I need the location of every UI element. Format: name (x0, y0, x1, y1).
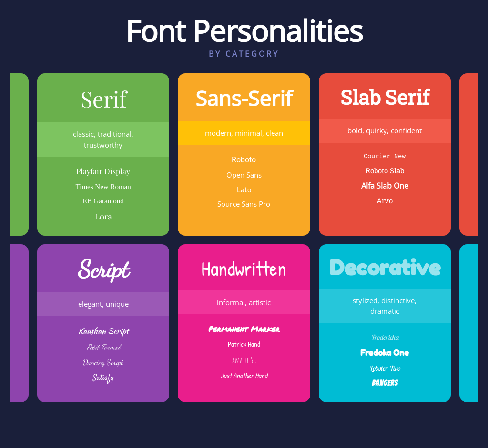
font-item: Fredoka One (328, 345, 441, 360)
font-item: Patrick Hand (187, 338, 300, 351)
card-decorative-header: Decorative (319, 244, 451, 289)
font-item: Alfa Slab One (328, 179, 441, 193)
font-item: Permanent Marker (187, 322, 300, 336)
card-slab-serif: Slab Serif bold, quirky, confident Couri… (319, 73, 451, 236)
grid-row-2: Script elegant, unique Kaushan Script Pe… (10, 244, 478, 402)
card-slab-title: Slab Serif (340, 84, 429, 110)
header: Font Personalities BY CATEGORY (10, 14, 478, 59)
card-slab-header: Slab Serif (319, 73, 451, 119)
card-decorative-title: Decorative (329, 255, 440, 280)
card-slab-description: bold, quirky, confident (319, 119, 451, 143)
card-serif-description: classic, traditional,trustworthy (37, 122, 169, 157)
card-script-description: elegant, unique (37, 292, 169, 316)
font-item: Roboto Slab (328, 164, 441, 178)
card-sans-title: Sans-Serif (195, 84, 292, 112)
card-serif: Serif classic, traditional,trustworthy P… (37, 73, 169, 236)
font-item: Petit Formal (47, 340, 160, 354)
font-item: Lora (47, 209, 160, 224)
partial-card-right-2 (459, 244, 478, 402)
grid-row-1: Serif classic, traditional,trustworthy P… (10, 73, 478, 236)
font-item: Fredericka (328, 331, 441, 345)
font-item: Just Another Hand (187, 369, 300, 383)
font-item: Dancing Script (47, 355, 160, 369)
card-slab-fonts: Courier New Roboto Slab Alfa Slab One Ar… (319, 143, 451, 236)
card-serif-header: Serif (37, 73, 169, 122)
font-item: Kaushan Script (47, 323, 160, 338)
font-item: EB Garamond (47, 194, 160, 208)
card-handwritten: Handwritten informal, artistic Permanent… (178, 244, 310, 402)
font-item: Lobster Two (328, 362, 441, 376)
font-item: Roboto (187, 153, 300, 167)
card-decorative-description: stylized, distinctive,dramatic (319, 289, 451, 323)
card-sans-description: modern, minimal, clean (178, 121, 310, 145)
page-subtitle: BY CATEGORY (10, 49, 478, 59)
partial-card-left-1 (10, 73, 29, 236)
page-wrapper: Font Personalities BY CATEGORY Serif cla… (0, 0, 488, 448)
card-sans-serif: Sans-Serif modern, minimal, clean Roboto… (178, 73, 310, 236)
font-item: Satisfy (47, 370, 160, 386)
font-item: Playfair Display (47, 164, 160, 179)
card-serif-title: Serif (81, 84, 126, 113)
font-item: Arvo (328, 194, 441, 208)
card-script: Script elegant, unique Kaushan Script Pe… (37, 244, 169, 402)
card-handwritten-fonts: Permanent Marker Patrick Hand Amatic SC … (178, 314, 310, 402)
card-script-title: Script (78, 255, 129, 283)
partial-card-left-2 (10, 244, 29, 402)
card-script-header: Script (37, 244, 169, 292)
font-item: Amatic SC (187, 352, 300, 368)
card-serif-fonts: Playfair Display Times New Roman EB Gara… (37, 157, 169, 236)
font-item: Source Sans Pro (187, 197, 300, 211)
card-decorative-fonts: Fredericka Fredoka One Lobster Two Bange… (319, 323, 451, 402)
font-item: Lato (187, 183, 300, 197)
card-script-fonts: Kaushan Script Petit Formal Dancing Scri… (37, 316, 169, 402)
font-item: Bangers (328, 376, 441, 390)
card-sans-fonts: Roboto Open Sans Lato Source Sans Pro (178, 145, 310, 236)
card-handwritten-description: informal, artistic (178, 290, 310, 315)
card-decorative: Decorative stylized, distinctive,dramati… (319, 244, 451, 402)
card-handwritten-header: Handwritten (178, 244, 310, 290)
card-handwritten-title: Handwritten (201, 255, 286, 282)
font-item: Open Sans (187, 168, 300, 182)
font-item: Courier New (328, 150, 441, 163)
page-title: Font Personalities (10, 14, 478, 47)
font-item: Times New Roman (47, 180, 160, 194)
card-sans-header: Sans-Serif (178, 73, 310, 121)
partial-card-right-1 (459, 73, 478, 236)
